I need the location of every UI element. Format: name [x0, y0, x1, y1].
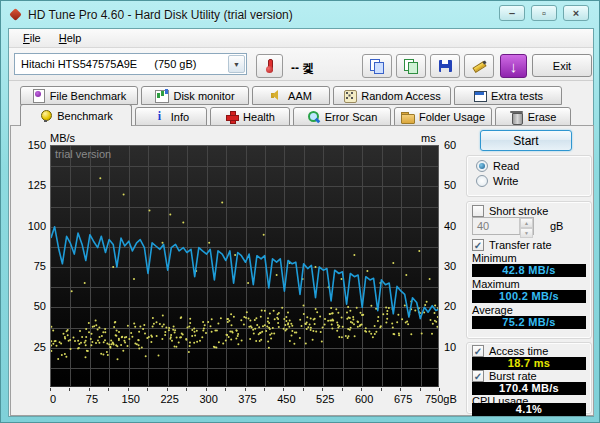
average-label: Average	[472, 304, 513, 316]
axis-tick-label: 600	[347, 393, 381, 405]
axis-tick-label	[381, 388, 382, 391]
read-radio-row[interactable]: Read	[476, 160, 519, 172]
axis-tick-label	[89, 388, 90, 391]
annotate-button[interactable]	[464, 54, 494, 78]
burst-rate-checkbox[interactable]: ✓	[472, 370, 484, 382]
short-stroke-row[interactable]: Short stroke	[472, 205, 548, 217]
thermometer-icon	[267, 59, 272, 73]
axis-tick-label	[50, 388, 51, 391]
axis-tick-label	[439, 388, 440, 391]
axis-tick-label	[361, 388, 362, 391]
tab-random-access[interactable]: Random Access	[333, 86, 451, 105]
temperature-button[interactable]	[256, 54, 283, 78]
axis-tick-label: 50	[16, 300, 46, 312]
menu-help[interactable]: Help	[51, 30, 90, 46]
axis-tick-label: 75	[16, 260, 46, 272]
update-download-button[interactable]: ↓	[500, 54, 527, 78]
access-time-value: 18.7 ms	[472, 357, 586, 370]
speaker-icon	[270, 89, 283, 102]
burst-rate-value: 170.4 MB/s	[472, 382, 586, 395]
transfer-rate-checkbox[interactable]: ✓	[472, 239, 484, 251]
title-bar[interactable]: HD Tune Pro 4.60 - Hard Disk Utility (tr…	[1, 1, 599, 28]
write-radio[interactable]	[476, 175, 488, 187]
copy-green-icon	[404, 59, 418, 73]
benchmark-light-icon	[39, 109, 52, 122]
close-icon: ×	[573, 8, 579, 19]
copy-screenshot-button[interactable]	[362, 54, 392, 78]
y-right-axis-label: ms	[421, 132, 436, 144]
y-left-axis-label: MB/s	[50, 132, 75, 144]
axis-tick-label: 750gB	[425, 393, 459, 405]
info-icon: i	[153, 110, 166, 123]
health-cross-icon	[225, 110, 238, 123]
tab-file-benchmark[interactable]: File Benchmark	[20, 86, 138, 105]
save-button[interactable]	[430, 54, 460, 78]
menu-file[interactable]: File	[15, 30, 49, 46]
tab-aam[interactable]: AAM	[252, 86, 330, 105]
extra-tests-icon	[473, 89, 486, 102]
tab-error-scan[interactable]: Error Scan	[293, 107, 391, 126]
download-arrow-icon: ↓	[510, 58, 518, 75]
maximum-value: 100.2 MB/s	[472, 290, 586, 303]
burst-rate-row[interactable]: ✓ Burst rate	[472, 370, 537, 382]
exit-button[interactable]: Exit	[532, 54, 592, 77]
close-button[interactable]: ×	[563, 5, 589, 21]
start-button[interactable]: Start	[480, 130, 572, 151]
axis-tick-label: 25	[16, 341, 46, 353]
axis-tick-label: 10	[444, 341, 468, 353]
app-window: HD Tune Pro 4.60 - Hard Disk Utility (tr…	[0, 0, 600, 423]
axis-tick-label: 450	[269, 393, 303, 405]
axis-tick-label	[108, 388, 109, 391]
maximum-label: Maximum	[472, 278, 520, 290]
maximize-button[interactable]: ▫	[531, 5, 557, 21]
tab-extra-tests[interactable]: Extra tests	[454, 86, 562, 105]
axis-tick-label: 60	[444, 139, 468, 151]
drive-model: Hitachi HTS547575A9E	[21, 58, 137, 70]
client-area: File Help Hitachi HTS547575A9E (750 gB) …	[8, 28, 594, 417]
stroke-unit-label: gB	[550, 220, 563, 232]
axis-tick-label	[225, 388, 226, 391]
axis-tick-label	[400, 388, 401, 391]
tab-folder-usage[interactable]: Folder Usage	[394, 107, 492, 126]
write-radio-row[interactable]: Write	[476, 175, 518, 187]
short-stroke-checkbox[interactable]	[472, 205, 484, 217]
minimize-button[interactable]: –	[499, 5, 525, 21]
axis-tick-label	[147, 388, 148, 391]
copy-icon	[370, 59, 384, 73]
axis-tick-label	[264, 388, 265, 391]
axis-tick-label	[322, 388, 323, 391]
tab-info[interactable]: i Info	[135, 107, 207, 126]
tab-benchmark[interactable]: Benchmark	[20, 104, 132, 126]
dice-icon	[343, 89, 356, 102]
trial-watermark: trial version	[55, 148, 111, 160]
toolbar: Hitachi HTS547575A9E (750 gB) ▼ -- 켗	[9, 48, 593, 81]
folder-icon	[401, 110, 414, 123]
disk-monitor-icon	[155, 89, 168, 102]
spin-up-icon[interactable]: ▲	[520, 218, 533, 228]
tab-disk-monitor[interactable]: Disk monitor	[141, 86, 249, 105]
short-stroke-spinner[interactable]: 40 ▲ ▼	[472, 217, 534, 235]
spin-down-icon[interactable]: ▼	[520, 228, 533, 238]
chevron-down-icon[interactable]: ▼	[228, 55, 245, 73]
average-value: 75.2 MB/s	[472, 316, 586, 329]
access-time-checkbox[interactable]: ✓	[472, 345, 484, 357]
access-time-row[interactable]: ✓ Access time	[472, 345, 548, 357]
axis-tick-label: 125	[16, 179, 46, 191]
axis-tick-label: 75	[75, 393, 109, 405]
minimum-label: Minimum	[472, 252, 517, 264]
tab-erase[interactable]: Erase	[495, 107, 571, 126]
copy-clipboard-button[interactable]	[396, 54, 426, 78]
axis-tick-label	[69, 388, 70, 391]
axis-tick-label	[206, 388, 207, 391]
maximize-icon: ▫	[542, 8, 546, 19]
drive-select[interactable]: Hitachi HTS547575A9E (750 gB) ▼	[14, 53, 247, 75]
transfer-rate-row[interactable]: ✓ Transfer rate	[472, 239, 552, 251]
axis-tick-label	[245, 388, 246, 391]
axis-tick-label	[342, 388, 343, 391]
axis-tick-label	[283, 388, 284, 391]
menu-bar: File Help	[9, 29, 593, 48]
axis-tick-label: 150	[114, 393, 148, 405]
read-radio[interactable]	[476, 160, 488, 172]
axis-tick-label	[420, 388, 421, 391]
tab-health[interactable]: Health	[210, 107, 290, 126]
